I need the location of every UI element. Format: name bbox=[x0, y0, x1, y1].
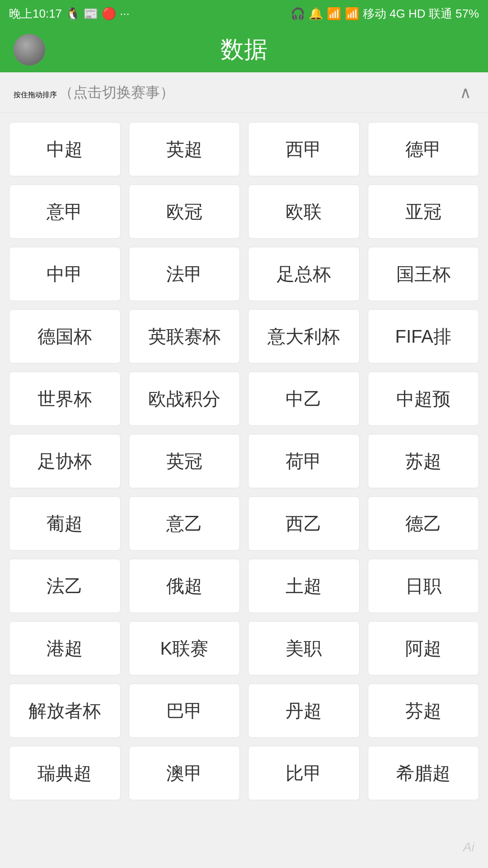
league-item[interactable]: 澳甲 bbox=[129, 746, 240, 800]
league-item[interactable]: 足总杯 bbox=[248, 247, 360, 301]
league-item[interactable]: 德乙 bbox=[368, 496, 479, 551]
league-item[interactable]: 意乙 bbox=[129, 496, 240, 551]
league-item[interactable]: 土超 bbox=[248, 559, 360, 613]
status-right: 🎧 🔔 📶 📶 移动 4G HD 联通 57% bbox=[291, 6, 479, 22]
league-item[interactable]: 巴甲 bbox=[129, 684, 240, 738]
league-item[interactable]: 西乙 bbox=[248, 496, 360, 551]
league-item[interactable]: 欧联 bbox=[248, 184, 360, 239]
league-item[interactable]: 阿超 bbox=[368, 621, 479, 675]
league-item[interactable]: 中甲 bbox=[9, 247, 121, 301]
collapse-button[interactable]: ∧ bbox=[456, 84, 474, 102]
league-item[interactable]: K联赛 bbox=[129, 621, 240, 675]
sort-bar-main-text: 按住拖动排序 bbox=[14, 91, 57, 99]
league-item[interactable]: 美职 bbox=[248, 621, 360, 675]
app-icon-2: 📰 bbox=[84, 7, 98, 21]
league-item[interactable]: 中乙 bbox=[248, 372, 360, 426]
league-item[interactable]: 国王杯 bbox=[368, 247, 479, 301]
league-item[interactable]: 亚冠 bbox=[368, 184, 479, 239]
watermark: Ai bbox=[463, 840, 474, 854]
league-item[interactable]: 法甲 bbox=[129, 247, 240, 301]
league-item[interactable]: 欧战积分 bbox=[129, 372, 240, 426]
league-item[interactable]: 欧冠 bbox=[129, 184, 240, 239]
league-item[interactable]: 世界杯 bbox=[9, 372, 121, 426]
sort-bar-hint: （点击切换赛事） bbox=[59, 84, 174, 100]
app-icon-3: 🔴 bbox=[102, 7, 116, 21]
wifi-icon: 📶 bbox=[327, 7, 341, 21]
league-item[interactable]: 意甲 bbox=[9, 184, 121, 239]
avatar[interactable] bbox=[14, 34, 45, 66]
network-label: 移动 4G HD 联通 57% bbox=[363, 6, 479, 22]
league-item[interactable]: 中超 bbox=[9, 122, 121, 176]
sort-bar-content: 按住拖动排序 （点击切换赛事） bbox=[14, 83, 174, 103]
league-item[interactable]: 西甲 bbox=[248, 122, 360, 176]
status-left: 晚上10:17 🐧 📰 🔴 ··· bbox=[9, 6, 130, 22]
league-item[interactable]: 足协杯 bbox=[9, 434, 121, 488]
league-item[interactable]: 苏超 bbox=[368, 434, 479, 488]
signal-icon: 📶 bbox=[345, 7, 359, 21]
league-item[interactable]: 希腊超 bbox=[368, 746, 479, 800]
league-item[interactable]: 港超 bbox=[9, 621, 121, 675]
league-item[interactable]: 英联赛杯 bbox=[129, 309, 240, 363]
page-title: 数据 bbox=[221, 34, 267, 66]
league-item[interactable]: 英超 bbox=[129, 122, 240, 176]
league-item[interactable]: 比甲 bbox=[248, 746, 360, 800]
league-item[interactable]: 芬超 bbox=[368, 684, 479, 738]
league-item[interactable]: 意大利杯 bbox=[248, 309, 360, 363]
league-item[interactable]: 俄超 bbox=[129, 559, 240, 613]
league-item[interactable]: 葡超 bbox=[9, 496, 121, 551]
league-item[interactable]: 德甲 bbox=[368, 122, 479, 176]
notification-icon: 🐧 bbox=[66, 7, 80, 21]
league-item[interactable]: 法乙 bbox=[9, 559, 121, 613]
app-header: 数据 bbox=[0, 27, 488, 72]
league-item[interactable]: 英冠 bbox=[129, 434, 240, 488]
league-item[interactable]: 德国杯 bbox=[9, 309, 121, 363]
chevron-up-icon: ∧ bbox=[460, 83, 471, 102]
league-item[interactable]: 日职 bbox=[368, 559, 479, 613]
league-item[interactable]: FIFA排 bbox=[368, 309, 479, 363]
league-item[interactable]: 中超预 bbox=[368, 372, 479, 426]
league-grid: 中超英超西甲德甲意甲欧冠欧联亚冠中甲法甲足总杯国王杯德国杯英联赛杯意大利杯FIF… bbox=[0, 113, 488, 809]
league-item[interactable]: 解放者杯 bbox=[9, 684, 121, 738]
sort-bar: 按住拖动排序 （点击切换赛事） ∧ bbox=[0, 72, 488, 113]
headphone-icon: 🎧 bbox=[291, 7, 305, 21]
league-item[interactable]: 瑞典超 bbox=[9, 746, 121, 800]
status-time: 晚上10:17 bbox=[9, 6, 62, 22]
status-bar: 晚上10:17 🐧 📰 🔴 ··· 🎧 🔔 📶 📶 移动 4G HD 联通 57… bbox=[0, 0, 488, 27]
league-item[interactable]: 丹超 bbox=[248, 684, 360, 738]
avatar-image bbox=[14, 34, 45, 66]
league-item[interactable]: 荷甲 bbox=[248, 434, 360, 488]
silent-icon: 🔔 bbox=[309, 7, 323, 21]
more-dots: ··· bbox=[120, 7, 130, 21]
